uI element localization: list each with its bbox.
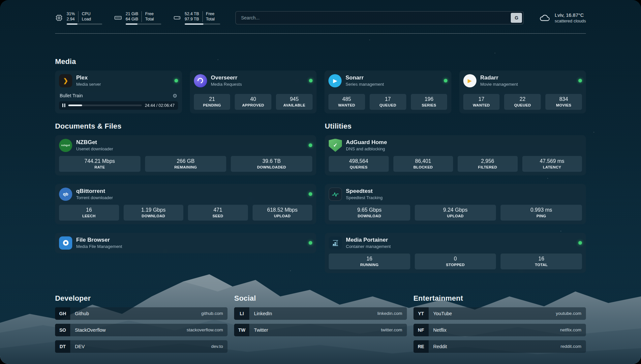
- app-name: Speedtest: [346, 188, 382, 195]
- stat-rate: 744.21 Mbps RATE: [59, 156, 140, 172]
- app-card-file-browser[interactable]: File Browser Media File Management: [55, 233, 316, 253]
- stat-value: 16: [502, 256, 581, 262]
- app-name: Plex: [76, 75, 101, 81]
- app-name: File Browser: [76, 237, 122, 243]
- stat-label: QUEUED: [371, 103, 405, 107]
- app-name: AdGuard Home: [346, 139, 387, 146]
- stat-series: 196 SERIES: [411, 94, 447, 110]
- status-dot-online: [309, 79, 313, 82]
- bookmark-github[interactable]: GH Github github.com: [55, 307, 228, 320]
- stat-value: 471: [189, 207, 247, 213]
- bookmark-abbr: YT: [413, 307, 429, 320]
- ram-free-value: 21 GiB: [126, 11, 138, 16]
- disk-sublabel: Total: [206, 16, 215, 22]
- stat-pending: 21 PENDING: [194, 94, 230, 110]
- stat-value: 47.569 ms: [524, 158, 581, 164]
- bookmark-section-developer: Developer GH Github github.com SO StackO…: [55, 294, 228, 357]
- card-header: File Browser Media File Management: [59, 236, 312, 250]
- weather-location-temp: Lviv, 16.87°C: [555, 12, 586, 18]
- stat-label: WANTED: [465, 103, 499, 107]
- disk-widget: 52.4 TB 97.9 TB Free Total: [173, 11, 220, 25]
- disk-progress-bar: [185, 23, 220, 25]
- app-card-speedtest[interactable]: Speedtest Speedtest Tracking 9.65 Gbps D…: [325, 184, 586, 224]
- section-title-entertainment: Entertainment: [413, 294, 586, 303]
- stats-row: 485 WANTED 17 QUEUED 196 SERIES: [328, 94, 447, 110]
- section-title-developer: Developer: [55, 294, 228, 303]
- app-desc: Media File Management: [76, 244, 122, 249]
- player-progress-bar[interactable]: 24:44 / 02:06:47: [59, 101, 178, 110]
- stat-wanted: 17 WANTED: [463, 94, 500, 110]
- bookmark-url: github.com: [201, 307, 228, 320]
- search-engine-button[interactable]: G: [511, 13, 522, 23]
- app-name: NZBGet: [76, 139, 113, 146]
- status-dot-online: [444, 79, 447, 82]
- app-card-qbittorrent[interactable]: qb qBittorrent Torrent downloader 16 LEE…: [55, 184, 316, 224]
- disk-free-value: 52.4 TB: [185, 11, 199, 16]
- ram-sublabel: Total: [145, 16, 154, 22]
- stat-value: 196: [412, 96, 446, 102]
- pause-icon[interactable]: [62, 104, 65, 107]
- card-header: ▶ Sonarr Series management: [328, 74, 447, 87]
- section-utilities: Utilities ✓ AdGuard Home DNS and adblock…: [325, 122, 586, 273]
- app-card-sonarr[interactable]: ▶ Sonarr Series management 485 WANTED 17…: [324, 71, 451, 113]
- radarr-icon: ▶: [463, 74, 476, 87]
- cpu-sublabel: Load: [82, 16, 91, 22]
- disk-icon: [173, 14, 181, 22]
- bookmark-stackoverflow[interactable]: SO StackOverflow stackoverflow.com: [55, 324, 228, 336]
- filebrowser-icon: [59, 236, 72, 250]
- cpu-load-value: 2.94: [67, 16, 75, 22]
- stat-label: RATE: [60, 165, 139, 169]
- stat-queued: 17 QUEUED: [370, 94, 406, 110]
- disk-bar-fill: [185, 23, 203, 25]
- app-card-overseerr[interactable]: Overseerr Media Requests 21 PENDING 40 A…: [190, 71, 317, 113]
- bookmark-url: netflix.com: [560, 324, 586, 336]
- header-divider: [55, 33, 586, 34]
- bookmark-name: DEV: [70, 340, 85, 353]
- bookmark-netflix[interactable]: NF Netflix netflix.com: [413, 324, 586, 336]
- stat-filtered: 2,956 FILTERED: [458, 156, 518, 172]
- bookmark-name: Reddit: [429, 340, 447, 353]
- stat-label: DOWNLOADED: [232, 165, 311, 169]
- stat-value: 22: [505, 96, 539, 102]
- stats-row: 17 WANTED 22 QUEUED 834 MOVIES: [463, 94, 582, 110]
- stat-value: 498,564: [330, 158, 387, 164]
- bookmark-dev[interactable]: DT DEV dev.to: [55, 340, 228, 353]
- divider: [78, 11, 78, 22]
- bookmark-list: GH Github github.com SO StackOverflow st…: [55, 307, 228, 353]
- bookmark-twitter[interactable]: TW Twitter twitter.com: [234, 324, 407, 336]
- bookmark-section-entertainment: Entertainment YT YouTube youtube.com NF …: [413, 294, 586, 357]
- bookmark-reddit[interactable]: RE Reddit reddit.com: [413, 340, 586, 353]
- app-card-plex[interactable]: ❯ Plex Media server Bullet Train ⚙ 24:44…: [55, 71, 182, 113]
- card-header: Overseerr Media Requests: [194, 74, 313, 87]
- stat-upload: 9.24 Gbps UPLOAD: [415, 205, 496, 221]
- stat-label: QUEUED: [505, 103, 539, 107]
- plex-icon: ❯: [59, 74, 72, 87]
- qbittorrent-icon: qb: [59, 188, 72, 201]
- documents-cards: nzbget NZBGet Usenet downloader 744.21 M…: [55, 135, 316, 253]
- bookmark-name: Github: [70, 307, 89, 320]
- ram-bar-fill: [126, 23, 137, 25]
- stat-download: 1.19 Gbps DOWNLOAD: [124, 205, 184, 221]
- card-header: ▶ Radarr Movie management: [463, 74, 582, 87]
- app-card-nzbget[interactable]: nzbget NZBGet Usenet downloader 744.21 M…: [55, 135, 316, 175]
- app-name: Radarr: [480, 75, 518, 81]
- bookmark-url: reddit.com: [561, 340, 586, 353]
- stat-value: 9.24 Gbps: [416, 207, 495, 213]
- bookmark-list: LI LinkedIn linkedin.com TW Twitter twit…: [234, 307, 407, 336]
- stat-total: 16 TOTAL: [501, 254, 582, 269]
- search-input[interactable]: [235, 11, 524, 24]
- portainer-icon: [329, 236, 342, 250]
- app-card-radarr[interactable]: ▶ Radarr Movie management 17 WANTED 22 Q…: [459, 71, 586, 113]
- bookmark-abbr: DT: [55, 340, 70, 353]
- stat-value: 39.6 TB: [232, 158, 311, 164]
- bookmark-abbr: GH: [55, 307, 70, 320]
- nzbget-icon: nzbget: [59, 139, 72, 152]
- search-bar: G: [235, 11, 524, 24]
- app-card-adguard-home[interactable]: ✓ AdGuard Home DNS and adblocking 498,56…: [325, 135, 586, 175]
- bookmark-linkedin[interactable]: LI LinkedIn linkedin.com: [234, 307, 407, 320]
- cpu-usage-value: 31%: [67, 11, 75, 16]
- bookmark-youtube[interactable]: YT YouTube youtube.com: [413, 307, 586, 320]
- gear-icon[interactable]: ⚙: [172, 93, 177, 99]
- bookmark-abbr: SO: [55, 324, 70, 336]
- app-card-media-portainer[interactable]: Media Portainer Container management 16 …: [325, 233, 586, 273]
